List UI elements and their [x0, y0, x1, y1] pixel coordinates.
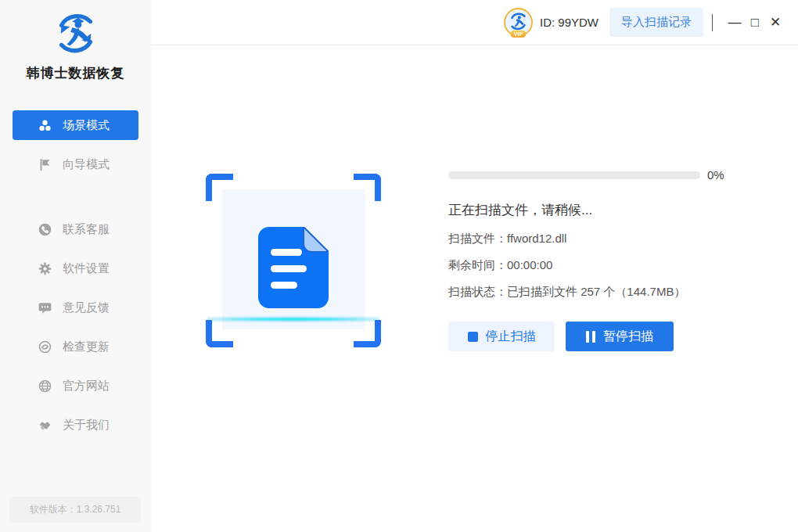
- version-bar: 软件版本：1.3.26.751: [9, 497, 141, 523]
- scan-file-value: ffword12.dll: [507, 232, 566, 245]
- stop-scan-label: 停止扫描: [486, 329, 536, 345]
- sidebar: 韩博士数据恢复 场景模式 向导模式 联系客服: [0, 0, 151, 532]
- main-panel: 0% 正在扫描文件，请稍候... 扫描文件：ffword12.dll 剩余时间：…: [151, 45, 798, 532]
- stop-icon: [468, 332, 478, 342]
- stop-scan-button[interactable]: 停止扫描: [448, 322, 555, 351]
- group-icon: [38, 119, 52, 132]
- content-column: VIP ID: 99YDW 导入扫描记录 — □ ✕: [151, 0, 798, 532]
- scan-action-buttons: 停止扫描 暂停扫描: [448, 322, 738, 351]
- document-icon: [258, 227, 329, 308]
- version-text: 软件版本：1.3.26.751: [30, 503, 121, 516]
- flag-icon: [38, 158, 52, 171]
- pause-scan-label: 暂停扫描: [603, 329, 653, 345]
- sidebar-item-official-website[interactable]: 官方网站: [13, 371, 138, 401]
- sidebar-nav: 场景模式 向导模式 联系客服: [13, 110, 138, 449]
- close-icon[interactable]: ✕: [765, 13, 785, 33]
- sidebar-item-feedback[interactable]: 意见反馈: [13, 293, 138, 322]
- app-title: 韩博士数据恢复: [27, 64, 125, 82]
- titlebar: VIP ID: 99YDW 导入扫描记录 — □ ✕: [151, 0, 798, 45]
- import-scan-records-button[interactable]: 导入扫描记录: [609, 8, 703, 37]
- progress-bar: [448, 171, 700, 179]
- maximize-icon[interactable]: □: [745, 13, 765, 33]
- pause-icon: [586, 331, 595, 343]
- sidebar-item-label: 场景模式: [63, 118, 110, 133]
- app-window: 韩博士数据恢复 场景模式 向导模式 联系客服: [0, 0, 798, 532]
- user-id-label: ID: 99YDW: [540, 16, 598, 29]
- phone-icon: [38, 223, 52, 236]
- nav-spacer: [13, 189, 138, 214]
- vip-badge: VIP: [511, 31, 526, 38]
- frame-corner-top-left: [206, 174, 233, 201]
- scan-state-label: 扫描状态：: [448, 285, 507, 298]
- titlebar-divider: [712, 14, 713, 31]
- scan-state-value: 已扫描到文件 257 个（144.7MB）: [507, 285, 685, 298]
- scan-file-label: 扫描文件：: [448, 232, 507, 245]
- scan-file-row: 扫描文件：ffword12.dll: [448, 232, 738, 246]
- sidebar-item-wizard-mode[interactable]: 向导模式: [13, 149, 138, 179]
- sidebar-item-label: 官方网站: [63, 379, 110, 394]
- frame-corner-bottom-left: [206, 320, 233, 347]
- frame-corner-top-right: [354, 174, 381, 201]
- remaining-time-value: 00:00:00: [507, 258, 552, 271]
- scan-status-title: 正在扫描文件，请稍候...: [448, 201, 738, 219]
- sidebar-item-about-us[interactable]: 关于我们: [13, 410, 138, 440]
- sidebar-item-settings[interactable]: 软件设置: [13, 253, 138, 283]
- sidebar-item-scene-mode[interactable]: 场景模式: [13, 110, 138, 140]
- pause-scan-button[interactable]: 暂停扫描: [566, 322, 674, 351]
- sidebar-item-label: 软件设置: [63, 261, 110, 276]
- sidebar-item-check-update[interactable]: 检查更新: [13, 332, 138, 361]
- globe-icon: [38, 379, 52, 393]
- app-logo-icon: [52, 10, 100, 57]
- sidebar-item-label: 检查更新: [63, 340, 110, 354]
- scan-animation: [206, 174, 381, 347]
- sidebar-item-label: 联系客服: [63, 222, 110, 237]
- frame-corner-bottom-right: [354, 320, 381, 347]
- remaining-time-row: 剩余时间：00:00:00: [448, 258, 738, 272]
- progress-row: 0%: [448, 168, 738, 182]
- user-avatar[interactable]: VIP: [504, 8, 533, 37]
- handshake-icon: [38, 419, 52, 432]
- minimize-icon[interactable]: —: [724, 13, 745, 33]
- avatar-logo-icon: [508, 11, 529, 32]
- scan-state-row: 扫描状态：已扫描到文件 257 个（144.7MB）: [448, 285, 738, 299]
- progress-percent-label: 0%: [707, 168, 724, 182]
- sidebar-item-contact-support[interactable]: 联系客服: [13, 214, 138, 244]
- remaining-time-label: 剩余时间：: [448, 258, 507, 271]
- sidebar-item-label: 关于我们: [63, 418, 110, 433]
- gear-icon: [38, 262, 52, 275]
- scan-info-panel: 0% 正在扫描文件，请稍候... 扫描文件：ffword12.dll 剩余时间：…: [448, 168, 738, 351]
- feedback-icon: [38, 301, 52, 315]
- sidebar-item-label: 意见反馈: [63, 300, 110, 315]
- update-icon: [38, 340, 52, 354]
- sidebar-item-label: 向导模式: [63, 157, 110, 172]
